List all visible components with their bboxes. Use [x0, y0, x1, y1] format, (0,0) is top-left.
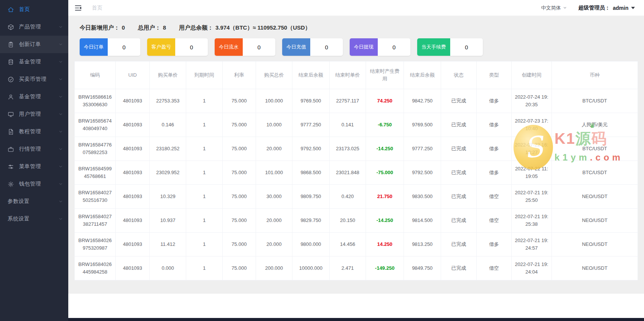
sidebar-item-user[interactable]: 用户管理 [0, 105, 68, 123]
cell-code: BRW16584026975320987 [75, 233, 116, 256]
cell-end_balance: 9813.250 [404, 233, 441, 256]
sidebar-item-label: 菜单管理 [19, 163, 58, 170]
stat-total-balance: 用户总余额：3.974（BTC）≈ 110952.750（USD） [179, 24, 311, 31]
cell-end_balance: 9777.250 [404, 137, 441, 161]
language-selector[interactable]: 中文简体 [541, 5, 567, 11]
stat-card-title: 当天手续费 [417, 38, 450, 56]
sidebar-item-label: 参数设置 [8, 198, 58, 205]
cell-buy_total: 200.000 [256, 256, 292, 280]
cell-coin: NEO/USDT [552, 256, 638, 280]
cell-buy_price: 0.000 [150, 256, 186, 280]
cell-balance_after_buy: 9829.750 [292, 209, 330, 233]
sidebar-item-system[interactable]: 系统设置 [0, 210, 68, 228]
cell-rate: 75.000 [223, 209, 256, 233]
sidebar-item-menu[interactable]: 菜单管理 [0, 158, 68, 175]
col-header-buy_total: 购买总价 [256, 61, 292, 89]
cell-status: 已完成 [441, 113, 477, 137]
file-icon [8, 129, 14, 135]
cell-buy_price: 23180.252 [150, 137, 186, 161]
cell-buy_price: 10.937 [150, 209, 186, 233]
cell-end_balance: 9849.750 [404, 256, 441, 280]
cell-code: BRW16584027382711457 [75, 209, 116, 233]
sidebar-item-trade-coin[interactable]: 买卖币管理 [0, 71, 68, 88]
cell-buy_total: 20.000 [256, 209, 292, 233]
cell-end_price: 22757.117 [330, 89, 366, 113]
cell-end_balance: 9814.500 [404, 209, 441, 233]
cell-status: 已完成 [441, 233, 477, 256]
sidebar-item-fund[interactable]: 基金管理 [0, 53, 68, 71]
chevron-down-icon [58, 164, 63, 169]
cell-balance_after_buy: 9800.000 [292, 233, 330, 256]
sidebar-item-wallet[interactable]: 钱包管理 [0, 175, 68, 193]
sidebar-item-product[interactable]: 产品管理 [0, 18, 68, 36]
sidebar-item-market[interactable]: 行情管理 [0, 140, 68, 158]
cell-uid: 4801093 [116, 113, 150, 137]
stat-card-title: 客户盈亏 [147, 38, 175, 56]
cell-status: 已完成 [441, 209, 477, 233]
footer-strip [68, 294, 644, 318]
chevron-down-icon [58, 147, 63, 151]
cell-coin: 人民币/美元 [552, 113, 638, 137]
stat-card-value: 0 [243, 38, 275, 56]
user-menu[interactable]: 超级管理员：admin [578, 5, 635, 11]
sidebar-item-params[interactable]: 参数设置 [0, 193, 68, 210]
chevron-down-icon [58, 182, 63, 186]
cell-type: 借空 [477, 209, 512, 233]
cell-created_at: 2022-07-21 19:24:57 [512, 233, 552, 256]
breadcrumb[interactable]: 首页 [92, 5, 102, 11]
content: 今日新增用户：0 总用户：8 用户总余额：3.974（BTC）≈ 110952.… [68, 16, 644, 294]
table-row: BRW16584027502516730480109310.329175.000… [75, 185, 638, 209]
cell-created_at: 2022-07-22 11:19:05 [512, 161, 552, 185]
col-header-created_at: 创建时间 [512, 61, 552, 89]
cell-rate: 75.000 [223, 113, 256, 137]
cell-end_fee: 14.250 [366, 233, 404, 256]
sidebar-item-innovation-order[interactable]: 创新订单 [0, 36, 68, 53]
cell-type: 借多 [477, 161, 512, 185]
cell-buy_price: 23029.952 [150, 161, 186, 185]
col-header-end_fee: 结束时产生费用 [366, 61, 404, 89]
sidebar-item-tutorial[interactable]: 教程管理 [0, 123, 68, 140]
user-icon [8, 94, 14, 100]
cell-status: 已完成 [441, 185, 477, 209]
cell-rate: 75.000 [223, 137, 256, 161]
home-icon [8, 6, 14, 13]
cell-code: BRW16584776075892253 [75, 137, 116, 161]
cell-end_fee: 21.750 [366, 185, 404, 209]
stat-card-today-fee: 当天手续费0 [417, 38, 483, 56]
cell-type: 借多 [477, 113, 512, 137]
menu-fold-icon[interactable] [74, 4, 82, 12]
cell-expire_time: 1 [186, 256, 223, 280]
cell-buy_total: 100.000 [256, 89, 292, 113]
topbar: 首页 中文简体 超级管理员：admin [68, 0, 644, 16]
cell-end_fee: 74.250 [366, 89, 404, 113]
cell-expire_time: 1 [186, 137, 223, 161]
cell-status: 已完成 [441, 256, 477, 280]
col-header-coin: 币种 [552, 61, 638, 89]
stat-card-today-withdraw: 今日提现0 [350, 38, 410, 56]
sidebar-item-label: 系统设置 [8, 216, 58, 222]
cell-end_fee: -149.250 [366, 256, 404, 280]
stat-card-value: 0 [175, 38, 208, 56]
stat-card-value: 0 [108, 38, 140, 56]
sidebar-item-label: 基金管理 [19, 93, 58, 100]
col-header-type: 类型 [477, 61, 512, 89]
col-header-buy_price: 购买单价 [150, 61, 186, 89]
chevron-down-icon [58, 77, 63, 82]
sidebar-item-label: 买卖币管理 [19, 76, 58, 83]
table-row: BRW1658567440804974048010930.146175.0001… [75, 113, 638, 137]
chevron-down-icon [58, 199, 63, 204]
briefcase-icon [8, 146, 14, 153]
col-header-end_balance: 结束后余额 [404, 61, 441, 89]
cell-buy_total: 10.000 [256, 113, 292, 137]
cell-balance_after_buy: 9777.250 [292, 113, 330, 137]
cell-end_price: 14.456 [330, 233, 366, 256]
cell-end_balance: 9830.500 [404, 185, 441, 209]
cell-code: BRW16585674408049740 [75, 113, 116, 137]
sidebar-item-home[interactable]: 首页 [0, 1, 68, 18]
cell-buy_total: 20.000 [256, 137, 292, 161]
cell-end_price: 0.141 [330, 113, 366, 137]
cell-status: 已完成 [441, 89, 477, 113]
sidebar-item-fund-2[interactable]: 基金管理 [0, 88, 68, 105]
cell-balance_after_buy: 10000.000 [292, 256, 330, 280]
sidebar-item-label: 行情管理 [19, 146, 58, 153]
